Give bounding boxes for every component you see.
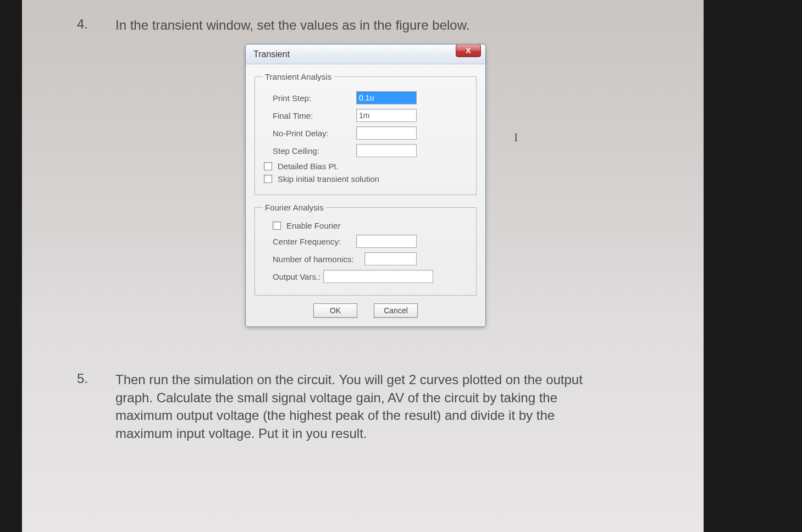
step-text: In the transient window, set the values … xyxy=(115,16,469,34)
print-step-input[interactable] xyxy=(356,91,417,104)
detailed-bias-checkbox[interactable] xyxy=(264,162,272,170)
no-print-delay-label: No-Print Delay: xyxy=(263,129,356,138)
transient-analysis-group: Transient Analysis Print Step: Final Tim… xyxy=(255,72,477,195)
skip-initial-row: Skip initial transient solution xyxy=(263,174,468,184)
harmonics-input[interactable] xyxy=(364,252,417,265)
output-vars-input[interactable] xyxy=(323,270,433,283)
step-number: 5. xyxy=(77,371,115,442)
step-ceiling-row: Step Ceiling: xyxy=(263,144,468,157)
dialog-body: Transient Analysis Print Step: Final Tim… xyxy=(246,64,485,326)
step-number: 4. xyxy=(77,16,115,34)
text-cursor-icon: I xyxy=(514,130,518,145)
fourier-analysis-group: Fourier Analysis Enable Fourier Center F… xyxy=(255,203,477,296)
dialog-buttons: OK Cancel xyxy=(255,303,477,318)
step-4: 4. In the transient window, set the valu… xyxy=(77,16,654,34)
center-freq-input[interactable] xyxy=(356,235,417,248)
document-page: 4. In the transient window, set the valu… xyxy=(22,0,704,532)
cancel-button[interactable]: Cancel xyxy=(374,303,418,318)
ok-button[interactable]: OK xyxy=(313,303,357,318)
step-ceiling-label: Step Ceiling: xyxy=(263,146,356,156)
dialog-titlebar: Transient X xyxy=(246,45,485,64)
step-text: Then run the simulation on the circuit. … xyxy=(115,371,610,442)
dialog-container: Transient X Transient Analysis Print Ste… xyxy=(77,44,654,327)
transient-legend: Transient Analysis xyxy=(263,72,334,81)
output-vars-row: Output Vars.: xyxy=(263,270,468,283)
enable-fourier-checkbox[interactable] xyxy=(273,221,281,230)
center-freq-row: Center Frequency: xyxy=(263,235,468,248)
fourier-legend: Fourier Analysis xyxy=(263,203,326,212)
final-time-row: Final Time: xyxy=(263,109,468,122)
center-freq-label: Center Frequency: xyxy=(263,237,356,246)
dialog-title: Transient xyxy=(253,49,456,59)
step-ceiling-input[interactable] xyxy=(356,144,417,157)
step-5: 5. Then run the simulation on the circui… xyxy=(77,371,654,442)
enable-fourier-label: Enable Fourier xyxy=(286,221,340,230)
no-print-delay-row: No-Print Delay: xyxy=(263,126,468,140)
final-time-input[interactable] xyxy=(356,109,417,122)
print-step-row: Print Step: xyxy=(263,91,468,104)
skip-initial-checkbox[interactable] xyxy=(264,175,272,183)
print-step-label: Print Step: xyxy=(263,93,356,103)
close-button[interactable]: X xyxy=(456,44,481,57)
skip-initial-label: Skip initial transient solution xyxy=(278,174,379,184)
detailed-bias-label: Detailed Bias Pt. xyxy=(278,162,339,171)
transient-dialog: Transient X Transient Analysis Print Ste… xyxy=(245,44,486,327)
harmonics-label: Number of harmonics: xyxy=(263,254,364,264)
detailed-bias-row: Detailed Bias Pt. xyxy=(263,162,468,171)
final-time-label: Final Time: xyxy=(263,111,356,120)
enable-fourier-row: Enable Fourier xyxy=(263,221,468,230)
no-print-delay-input[interactable] xyxy=(356,126,417,140)
harmonics-row: Number of harmonics: xyxy=(263,252,468,265)
close-icon: X xyxy=(466,46,471,55)
output-vars-label: Output Vars.: xyxy=(263,272,323,281)
